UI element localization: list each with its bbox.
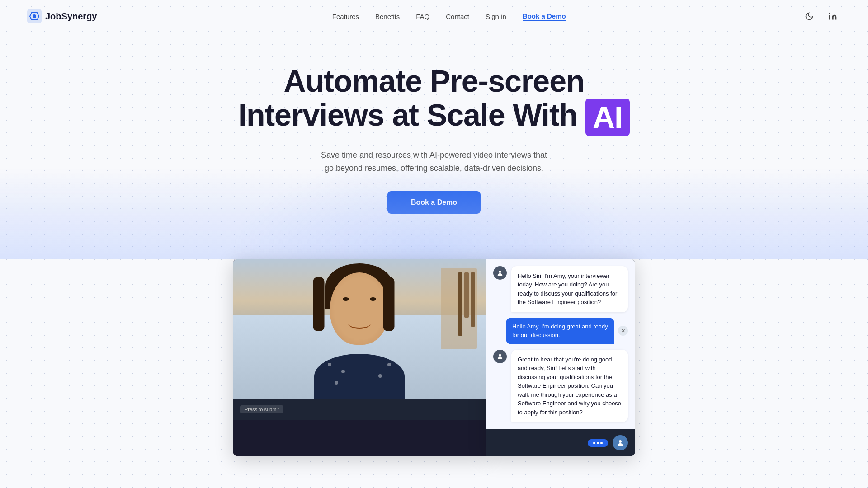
chat-footer — [486, 429, 635, 456]
hero-cta-button[interactable]: Book a Demo — [387, 191, 481, 214]
nav-link-contact[interactable]: Contact — [446, 13, 469, 20]
dot-1 — [593, 442, 595, 444]
hero-title-line1: Automate Pre-screen — [283, 64, 584, 98]
ai-face-icon-2 — [496, 353, 504, 360]
video-content — [233, 259, 486, 399]
brand-logo-icon — [27, 9, 42, 23]
brand-logo[interactable]: JobSynergy — [27, 9, 97, 23]
hero-title-line2: Interviews at Scale With AI — [9, 98, 859, 136]
brand-name: JobSynergy — [45, 11, 97, 22]
chat-message-ai-1: Hello Siri, I'm Amy, your interviewer to… — [493, 266, 628, 312]
user-avatar — [613, 435, 628, 450]
user-face-icon — [616, 439, 624, 447]
nav-link-book-demo[interactable]: Book a Demo — [523, 12, 566, 21]
svg-point-5 — [499, 270, 501, 272]
message-close-button[interactable]: ✕ — [618, 326, 628, 336]
demo-video-panel: Press to submit — [233, 259, 486, 457]
hero-title: Automate Pre-screen Interviews at Scale … — [9, 64, 859, 136]
chat-message-ai-2: Great to hear that you're doing good and… — [493, 350, 628, 422]
chat-message-user-1: Hello Amy, I'm doing great and ready for… — [493, 318, 628, 344]
dot-2 — [597, 442, 599, 444]
nav-link-benefits[interactable]: Benefits — [375, 13, 400, 20]
svg-point-4 — [829, 13, 830, 14]
ai-message-bubble-1: Hello Siri, I'm Amy, your interviewer to… — [511, 266, 628, 312]
chat-send-button[interactable] — [588, 439, 608, 447]
svg-rect-3 — [829, 15, 830, 20]
ai-message-bubble-2: Great to hear that you're doing good and… — [511, 350, 628, 422]
linkedin-button[interactable] — [825, 8, 841, 24]
moon-icon — [805, 12, 814, 21]
hero-subtitle: Save time and resources with AI-powered … — [316, 149, 552, 175]
nav-links: Features Benefits FAQ Contact Sign in Bo… — [332, 12, 566, 21]
nav-actions — [801, 8, 841, 24]
dot-3 — [600, 442, 603, 444]
press-hint: Press to submit — [240, 405, 283, 413]
video-controls-bar: Press to submit — [233, 399, 486, 420]
svg-point-7 — [619, 440, 622, 443]
ai-face-icon — [496, 269, 504, 277]
chat-panel: Hello Siri, I'm Amy, your interviewer to… — [486, 259, 635, 457]
ai-avatar-2 — [493, 350, 507, 363]
demo-section: Press to submit Hello Siri, I'm Amy, you… — [0, 232, 868, 457]
ai-avatar-1 — [493, 266, 507, 280]
hero-ai-badge: AI — [585, 99, 630, 136]
hero-section: Automate Pre-screen Interviews at Scale … — [0, 33, 868, 232]
chat-messages: Hello Siri, I'm Amy, your interviewer to… — [486, 259, 635, 430]
person-face — [330, 272, 389, 345]
hero-title-prefix: Interviews at Scale With — [238, 98, 577, 132]
dark-mode-button[interactable] — [801, 8, 817, 24]
navbar: JobSynergy Features Benefits FAQ Contact… — [0, 0, 868, 33]
person-body — [314, 354, 405, 399]
nav-link-signin[interactable]: Sign in — [486, 13, 506, 20]
user-message-bubble-1: Hello Amy, I'm doing great and ready for… — [506, 318, 614, 344]
svg-point-2 — [33, 14, 36, 18]
svg-point-6 — [499, 354, 501, 356]
person-photo — [233, 259, 486, 399]
linkedin-icon — [828, 12, 837, 21]
nav-link-faq[interactable]: FAQ — [416, 13, 429, 20]
nav-link-features[interactable]: Features — [332, 13, 359, 20]
